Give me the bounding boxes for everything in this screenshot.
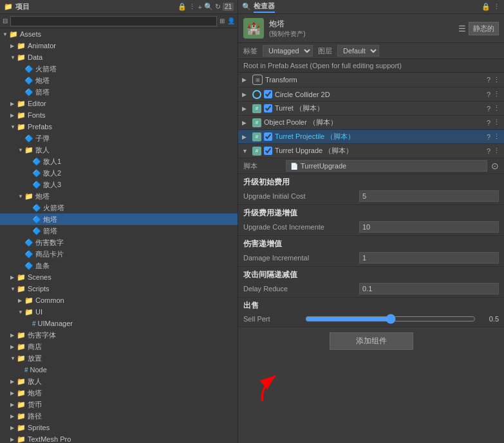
tree-item-damagefont[interactable]: ▶ 📁 伤害字体 xyxy=(0,329,238,341)
tree-item-sprites[interactable]: ▶ 📁 Sprites xyxy=(0,422,238,433)
comp-more-button[interactable]: ⋮ xyxy=(493,147,500,155)
tree-item-scripts[interactable]: ▼ 📁 Scripts xyxy=(0,283,238,294)
tree-item-rocket-tower[interactable]: 🔷 火箭塔 xyxy=(0,202,238,213)
tree-item-animator[interactable]: ▶ 📁 Animator xyxy=(0,40,238,51)
add-component-button[interactable]: 添加组件 xyxy=(330,332,413,350)
delay-reduce-label: Delay Reduce xyxy=(243,285,359,293)
inspector-menu-button[interactable]: ⋮ xyxy=(493,3,500,11)
tag-select[interactable]: Untagged xyxy=(263,45,313,57)
delay-reduce-input[interactable] xyxy=(359,283,499,294)
tree-item-enemy1[interactable]: 🔷 敌人1 xyxy=(0,156,238,167)
tree-item-scenes[interactable]: ▶ 📁 Scenes xyxy=(0,271,238,283)
script-icon: # xyxy=(24,366,28,374)
tree-label: 炮塔 xyxy=(28,388,42,398)
project-header: 📁 项目 🔒 ⋮ + 🔍 ↻ 21 xyxy=(0,0,238,14)
tree-item-arrow-tower[interactable]: 🔷 箭塔 xyxy=(0,225,238,237)
tree-item-shop[interactable]: ▶ 📁 商店 xyxy=(0,341,238,352)
tree-item-card[interactable]: 🔷 商品卡片 xyxy=(0,248,238,260)
comp-expand-icon[interactable]: ▶ xyxy=(242,105,250,112)
tree-label: Node xyxy=(30,366,47,374)
arrow-icon: ▶ xyxy=(10,344,17,350)
tree-item-currency[interactable]: ▶ 📁 货币 xyxy=(0,399,238,410)
lock-button[interactable]: 🔒 xyxy=(178,3,187,11)
comp-checkbox[interactable] xyxy=(264,147,272,155)
tree-item-arrow[interactable]: 🔷 箭塔 xyxy=(0,86,238,98)
tree-item-damage-text[interactable]: 🔷 伤害数字 xyxy=(0,237,238,248)
tree-label: 货币 xyxy=(28,400,42,410)
script-row-label: 脚本 xyxy=(243,161,282,171)
filter-button[interactable]: 👤 xyxy=(227,17,235,24)
comp-help-button[interactable]: ? xyxy=(487,105,490,113)
comp-expand-icon[interactable]: ▶ xyxy=(242,77,250,83)
arrow-icon: ▶ xyxy=(10,332,17,338)
comp-more-button[interactable]: ⋮ xyxy=(493,104,500,113)
tree-item-enemy3[interactable]: 🔷 敌人3 xyxy=(0,179,238,190)
script-file-button[interactable]: 📄 TurretUpgrade xyxy=(286,160,487,172)
comp-help-button[interactable]: ? xyxy=(487,91,490,98)
sell-pert-slider[interactable] xyxy=(305,314,476,324)
folder-icon: 📁 xyxy=(17,435,26,444)
tree-item-hp[interactable]: 🔷 血条 xyxy=(0,260,238,271)
comp-checkbox[interactable] xyxy=(264,104,272,113)
upgrade-cost-inc-input[interactable] xyxy=(359,221,499,233)
comp-expand-icon[interactable]: ▶ xyxy=(242,120,250,126)
prefab-icon: 🔷 xyxy=(32,215,41,224)
comp-expand-icon[interactable]: ▶ xyxy=(242,91,250,98)
comp-help-button[interactable]: ? xyxy=(487,133,490,141)
damage-inc-input[interactable] xyxy=(359,252,499,264)
comp-checkbox[interactable] xyxy=(264,132,272,141)
comp-more-button[interactable]: ⋮ xyxy=(493,118,500,127)
tree-item-rocket[interactable]: 🔷 火箭塔 xyxy=(0,63,238,75)
comp-help-button[interactable]: ? xyxy=(487,76,490,84)
tree-item-fonts[interactable]: ▶ 📁 Fonts xyxy=(0,109,238,121)
tree-item-bullet[interactable]: 🔷 子弹 xyxy=(0,132,238,144)
tree-label: Editor xyxy=(28,100,46,107)
tree-item-enemy-folder[interactable]: ▼ 📁 敌人 xyxy=(0,144,238,156)
comp-more-button[interactable]: ⋮ xyxy=(493,76,500,84)
tree-label: 敌人1 xyxy=(43,157,61,167)
tree-item-enemy2[interactable]: 🔷 敌人2 xyxy=(0,167,238,179)
tree-item-node[interactable]: # Node xyxy=(0,364,238,375)
comp-help-button[interactable]: ? xyxy=(487,119,490,127)
tree-item-common[interactable]: ▶ 📁 Common xyxy=(0,294,238,306)
tree-item-turrets-folder[interactable]: ▼ 📁 炮塔 xyxy=(0,190,238,202)
comp-help-button[interactable]: ? xyxy=(487,147,490,155)
inspector-scroll[interactable]: ▶ ⊞ Transform ? ⋮ ▶ Circle Collider 2D ? xyxy=(238,73,504,443)
tree-item-prefabs[interactable]: ▼ 📁 Prefabs xyxy=(0,121,238,132)
tree-item-assets[interactable]: ▼ 📁 Assets xyxy=(0,28,238,40)
tree-item-path[interactable]: ▶ 📁 路径 xyxy=(0,410,238,422)
info-bar: Root in Prefab Asset (Open for full edit… xyxy=(238,59,504,73)
script-target-button[interactable]: ⊙ xyxy=(491,161,499,171)
comp-expand-icon[interactable]: ▼ xyxy=(242,148,250,154)
tree-item-placement[interactable]: ▼ 📁 放置 xyxy=(0,352,238,364)
comp-expand-icon[interactable]: ▶ xyxy=(242,134,250,140)
tree-item-uimanager[interactable]: # UIManager xyxy=(0,318,238,329)
static-button[interactable]: 静态的 xyxy=(469,22,499,35)
tree-item-editor[interactable]: ▶ 📁 Editor xyxy=(0,98,238,109)
prefab-icon: 🔷 xyxy=(32,181,41,189)
comp-more-button[interactable]: ⋮ xyxy=(493,132,500,141)
left-panel: 📁 项目 🔒 ⋮ + 🔍 ↻ 21 ⊟ ⊞ 👤 xyxy=(0,0,238,443)
tree-label: Sprites xyxy=(28,424,50,431)
arrow-icon: ▶ xyxy=(10,402,17,408)
expand-button[interactable]: ⊟ xyxy=(3,17,8,24)
upgrade-init-cost-input[interactable] xyxy=(359,190,499,202)
tree-item-cannon-tower[interactable]: 🔷 炮塔 xyxy=(0,213,238,225)
tree-item-cannon[interactable]: 🔷 炮塔 xyxy=(0,75,238,86)
tree-item-ui[interactable]: ▼ 📁 UI xyxy=(0,306,238,318)
grid-view-button[interactable]: ⊞ xyxy=(219,17,225,24)
comp-name-turret-projectile: Turret Projectile （脚本） xyxy=(275,132,487,141)
layer-select[interactable]: Default xyxy=(337,45,379,57)
tree-item-data[interactable]: ▼ 📁 Data xyxy=(0,51,238,63)
menu-button[interactable]: ⋮ xyxy=(189,3,196,11)
search-input[interactable] xyxy=(10,16,217,26)
comp-more-button[interactable]: ⋮ xyxy=(493,90,500,98)
tree-item-textmesh[interactable]: ▶ 📁 TextMesh Pro xyxy=(0,433,238,443)
tree-item-enemy-top[interactable]: ▶ 📁 敌人 xyxy=(0,375,238,387)
inspector-lock-button[interactable]: 🔒 xyxy=(481,3,490,11)
inspector-list-button[interactable]: ☰ xyxy=(458,22,466,35)
tree-label: 箭塔 xyxy=(35,87,50,97)
comp-checkbox[interactable] xyxy=(264,90,272,98)
tree-item-turret-top[interactable]: ▶ 📁 炮塔 xyxy=(0,387,238,399)
search-icon: 🔍 xyxy=(204,3,213,11)
